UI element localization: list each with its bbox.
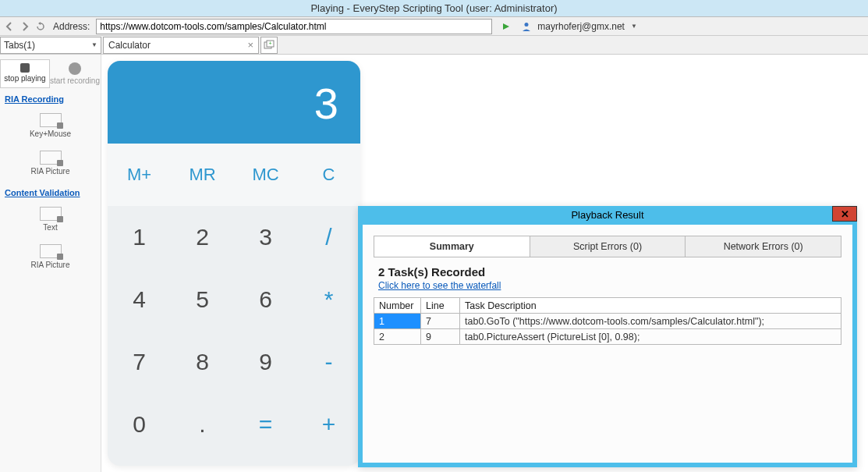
tab-script-errors[interactable]: Script Errors (0): [530, 236, 686, 257]
user-email[interactable]: mayrhoferj@gmx.net: [537, 21, 625, 32]
tab-label: Calculator: [108, 40, 151, 51]
picture-icon: [40, 151, 62, 165]
ria-picture-tool[interactable]: RIA Picture: [0, 144, 101, 182]
add-tab-button[interactable]: +: [260, 37, 278, 54]
mem-recall-button[interactable]: MR: [171, 144, 234, 206]
col-number: Number: [374, 298, 421, 314]
equals-button[interactable]: =: [234, 393, 297, 456]
key-mouse-tool[interactable]: Key+Mouse: [0, 107, 101, 144]
digit-3-button[interactable]: 3: [234, 206, 297, 268]
key-mouse-label: Key+Mouse: [30, 130, 71, 138]
tab-network-errors[interactable]: Network Errors (0): [686, 236, 841, 257]
start-label: start recording: [50, 76, 100, 85]
digit-8-button[interactable]: 8: [171, 331, 234, 393]
keyboard-icon: [40, 113, 62, 127]
digit-9-button[interactable]: 9: [234, 331, 297, 393]
start-recording-button[interactable]: start recording: [50, 59, 100, 88]
playback-result-panel: Playback Result ✕ Summary Script Errors …: [358, 206, 857, 467]
mem-plus-button[interactable]: M+: [108, 144, 171, 206]
tasks-table: Number Line Task Description 1 7 tab0.Go…: [374, 297, 841, 345]
playback-title-bar: Playback Result ✕: [358, 206, 857, 225]
table-header-row: Number Line Task Description: [374, 298, 841, 314]
col-desc: Task Description: [460, 298, 841, 314]
address-input[interactable]: [96, 19, 492, 34]
stop-playing-button[interactable]: stop playing: [0, 59, 50, 88]
cell-line: 7: [421, 314, 460, 329]
tabs-bar: Tabs(1) ▼ Calculator × +: [0, 36, 868, 55]
calculator: 3 M+ MR MC C 1 2 3 / 4 5 6 * 7 8 9 - 0 .: [108, 61, 360, 466]
calculator-display: 3: [108, 61, 360, 144]
digit-0-button[interactable]: 0: [108, 393, 171, 456]
tab-summary[interactable]: Summary: [374, 236, 530, 257]
digit-4-button[interactable]: 4: [108, 268, 171, 331]
ria-picture-label: RIA Picture: [30, 167, 69, 176]
decimal-button[interactable]: .: [171, 393, 234, 456]
playback-tabs: Summary Script Errors (0) Network Errors…: [374, 236, 841, 257]
close-icon[interactable]: ×: [247, 39, 253, 51]
multiply-button[interactable]: *: [297, 268, 360, 331]
mem-clear-button[interactable]: MC: [234, 144, 297, 206]
chevron-down-icon: ▼: [91, 41, 97, 48]
clear-button[interactable]: C: [297, 144, 360, 206]
stop-icon: [20, 63, 30, 73]
table-row[interactable]: 2 9 tab0.PictureAssert (PictureList [0],…: [374, 329, 841, 345]
playback-title: Playback Result: [571, 209, 643, 221]
user-icon: [520, 20, 533, 33]
user-dropdown-icon[interactable]: ▼: [631, 23, 637, 30]
text-icon: [40, 207, 62, 221]
refresh-icon[interactable]: [34, 20, 47, 33]
plus-button[interactable]: +: [297, 393, 360, 456]
cell-desc: tab0.GoTo ("https://www.dotcom-tools.com…: [460, 314, 841, 329]
digit-6-button[interactable]: 6: [234, 268, 297, 331]
digit-5-button[interactable]: 5: [171, 268, 234, 331]
waterfall-link[interactable]: Click here to see the waterfall: [378, 280, 501, 291]
ria-picture-tool-2[interactable]: RIA Picture: [0, 238, 101, 275]
sidebar: stop playing start recording RIA Recordi…: [0, 55, 101, 472]
address-bar: Address: mayrhoferj@gmx.net ▼: [0, 17, 868, 36]
record-icon: [69, 62, 81, 75]
tabs-dropdown-label: Tabs(1): [4, 40, 35, 51]
minus-button[interactable]: -: [297, 331, 360, 393]
ria-picture2-label: RIA Picture: [30, 261, 69, 269]
digit-7-button[interactable]: 7: [108, 331, 171, 393]
cell-number: 1: [374, 314, 421, 329]
divide-button[interactable]: /: [297, 206, 360, 268]
digit-2-button[interactable]: 2: [171, 206, 234, 268]
go-icon[interactable]: [500, 20, 512, 33]
content-validation-heading[interactable]: Content Validation: [0, 182, 101, 201]
svg-point-0: [525, 23, 529, 27]
text-tool[interactable]: Text: [0, 201, 101, 238]
table-row[interactable]: 1 7 tab0.GoTo ("https://www.dotcom-tools…: [374, 314, 841, 329]
digit-1-button[interactable]: 1: [108, 206, 171, 268]
cell-number: 2: [374, 329, 421, 345]
forward-icon[interactable]: [19, 20, 31, 33]
ria-recording-heading[interactable]: RIA Recording: [0, 88, 101, 107]
col-line: Line: [421, 298, 460, 314]
text-tool-label: Text: [43, 223, 57, 232]
picture-icon: [40, 244, 62, 258]
window-title: Playing - EveryStep Scripting Tool (user…: [0, 0, 868, 17]
cell-line: 9: [421, 329, 460, 345]
address-label: Address:: [53, 21, 90, 32]
tabs-dropdown[interactable]: Tabs(1) ▼: [0, 37, 101, 54]
tasks-recorded-header: 2 Task(s) Recorded: [378, 265, 841, 279]
svg-text:+: +: [268, 40, 271, 45]
cell-desc: tab0.PictureAssert (PictureList [0], 0.9…: [460, 329, 841, 345]
stop-label: stop playing: [4, 74, 45, 83]
back-icon[interactable]: [3, 20, 16, 33]
tab-calculator[interactable]: Calculator ×: [103, 37, 259, 54]
close-button[interactable]: ✕: [832, 206, 857, 222]
